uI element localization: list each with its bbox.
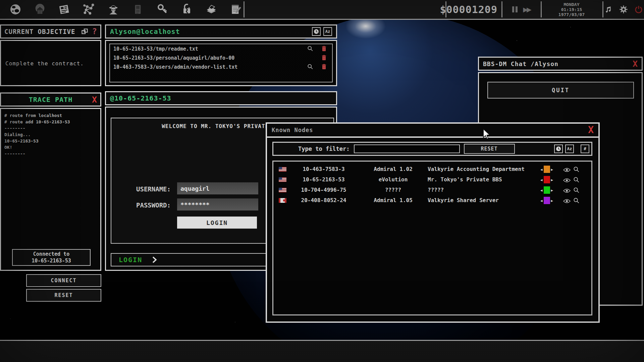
files-panel-body: 10-65-2163-53/tmp/readme.txt 10-65-2163-… (105, 40, 337, 86)
color-prev-icon[interactable]: ◂ (540, 198, 543, 203)
power-icon[interactable] (633, 4, 644, 15)
file-row[interactable]: 10-65-2163-53/tmp/readme.txt (110, 44, 332, 53)
trash-icon[interactable] (321, 64, 327, 71)
files-panel-header: Alyson@localhost Az (105, 24, 337, 39)
eye-icon[interactable] (563, 198, 571, 205)
password-label: PASSWORD: (136, 201, 171, 209)
color-prev-icon[interactable]: ◂ (540, 167, 543, 172)
color-next-icon[interactable]: ▸ (551, 167, 553, 172)
popout-icon[interactable] (81, 27, 89, 36)
color-prev-icon[interactable]: ◂ (540, 178, 543, 182)
clock-display: MONDAY 01:19:15 1977/03/07 (541, 0, 602, 19)
bank-icon[interactable] (33, 2, 47, 17)
filter-input[interactable] (354, 144, 460, 153)
file-row[interactable]: 10-463-7583-3/users/admin/vendor-list.tx… (110, 62, 332, 71)
notepad-icon[interactable] (228, 2, 243, 17)
file-path: 10-463-7583-3/users/admin/vendor-list.tx… (113, 64, 237, 70)
node-row[interactable]: 10-463-7583-3 Admiral 1.02 Valkyrie Acco… (273, 164, 591, 175)
chat-quit-button[interactable]: QUIT (487, 82, 634, 99)
trash-icon[interactable] (321, 46, 327, 53)
node-list: 10-463-7583-3 Admiral 1.02 Valkyrie Acco… (272, 161, 592, 315)
node-color-swatch[interactable] (544, 166, 550, 173)
trace-reset-button[interactable]: RESET (26, 289, 101, 302)
bbs-login-button[interactable]: LOGIN (177, 217, 257, 229)
network-map-icon[interactable] (82, 2, 96, 17)
country-flag-icon (279, 188, 286, 192)
eye-icon[interactable] (563, 188, 571, 194)
node-row[interactable]: 10-704-4996-75 ????? ????? ◂ ▸ (273, 185, 591, 195)
connected-label: Connected to (13, 251, 90, 257)
node-number: 10-704-4996-75 (291, 187, 357, 193)
toolbar-divider (244, 1, 245, 17)
file-path: 10-65-2163-53/tmp/readme.txt (113, 46, 198, 52)
system-icons (603, 0, 644, 19)
sort-az-button[interactable]: Az (323, 27, 332, 36)
known-nodes-window: Known Nodes X Type to filter: RESET Az #… (266, 122, 600, 323)
color-prev-icon[interactable]: ◂ (540, 188, 543, 192)
trace-panel-header: TRACE PATH X (0, 93, 101, 107)
known-nodes-titlebar[interactable]: Known Nodes X (267, 124, 598, 138)
search-icon[interactable] (307, 46, 313, 53)
search-icon[interactable] (573, 197, 580, 205)
color-next-icon[interactable]: ▸ (551, 188, 553, 192)
objective-text: Complete the contract. (5, 60, 84, 67)
eye-icon[interactable] (563, 167, 571, 174)
node-color-swatch[interactable] (544, 197, 550, 204)
known-nodes-close-icon[interactable]: X (588, 125, 594, 135)
sort-number-button[interactable]: # (581, 144, 589, 153)
cracked-lock-icon[interactable] (179, 2, 194, 17)
search-icon[interactable] (573, 187, 580, 195)
key-icon[interactable] (155, 2, 170, 17)
connected-node: 10-65-2163-53 (13, 257, 90, 264)
filter-reset-button[interactable]: RESET (464, 144, 515, 154)
color-next-icon[interactable]: ▸ (551, 198, 553, 203)
username-field[interactable]: aquagirl (177, 182, 258, 194)
sort-az-button[interactable]: Az (565, 144, 574, 153)
fast-forward-icon[interactable]: ▶▶ (523, 6, 530, 13)
software-stack-icon[interactable] (204, 2, 219, 17)
connect-button[interactable]: CONNECT (26, 274, 101, 287)
darkweb-spy-icon[interactable] (106, 2, 121, 17)
search-icon[interactable] (573, 177, 580, 184)
username-value: aquagirl (180, 185, 210, 192)
trace-close-icon[interactable]: X (92, 96, 97, 104)
node-color-swatch[interactable] (544, 176, 550, 183)
eye-icon[interactable] (563, 178, 571, 184)
trace-log-line: # route add 10-65-2163-53 (4, 119, 70, 125)
file-path: 10-65-2163-53/personal/aquagirl/abufo-00 (113, 55, 234, 61)
help-icon[interactable]: ? (92, 27, 97, 36)
node-row[interactable]: 20-408-8052-24 Admiral 1.05 Valkyrie Sha… (273, 195, 591, 206)
connected-status-box: Connected to 10-65-2163-53 (12, 249, 91, 266)
node-number: 20-408-8052-24 (291, 197, 357, 203)
time-controls: ▶▶ (502, 0, 540, 19)
trace-log: # route from localhost # route add 10-65… (4, 112, 70, 157)
music-icon[interactable] (603, 4, 613, 15)
trace-title: TRACE PATH (29, 96, 72, 104)
node-os: ????? (365, 187, 422, 193)
files-title: Alyson@localhost (110, 27, 180, 36)
trash-icon[interactable] (321, 55, 327, 62)
node-row[interactable]: 10-65-2163-53 eVolution Mr. Tokyo's Priv… (273, 175, 591, 185)
color-next-icon[interactable]: ▸ (551, 178, 553, 182)
password-field[interactable]: ******** (177, 198, 258, 210)
trace-log-line: Dialing... (4, 131, 70, 138)
search-icon[interactable] (573, 166, 580, 174)
sort-time-button[interactable] (554, 144, 563, 153)
settings-gear-icon[interactable] (618, 4, 629, 15)
dossier-icon[interactable] (130, 2, 145, 17)
newspaper-icon[interactable] (57, 2, 72, 17)
pause-icon[interactable] (512, 6, 518, 12)
node-description: Mr. Tokyo's Private BBS (428, 176, 502, 183)
filter-bar: Type to filter: RESET Az # (272, 142, 592, 156)
objective-panel-body: Complete the contract. (0, 40, 101, 86)
search-icon[interactable] (307, 64, 313, 71)
objective-title: CURRENT OBJECTIVE (4, 28, 75, 35)
world-map-icon[interactable] (8, 2, 23, 17)
trace-log-line: -------- (4, 125, 70, 131)
node-color-swatch[interactable] (544, 186, 550, 194)
sort-time-button[interactable] (312, 27, 321, 36)
chat-close-icon[interactable]: X (633, 60, 638, 68)
trace-log-line: -------- (4, 150, 70, 157)
node-description: ????? (428, 187, 444, 193)
file-row[interactable]: 10-65-2163-53/personal/aquagirl/abufo-00 (110, 53, 332, 62)
